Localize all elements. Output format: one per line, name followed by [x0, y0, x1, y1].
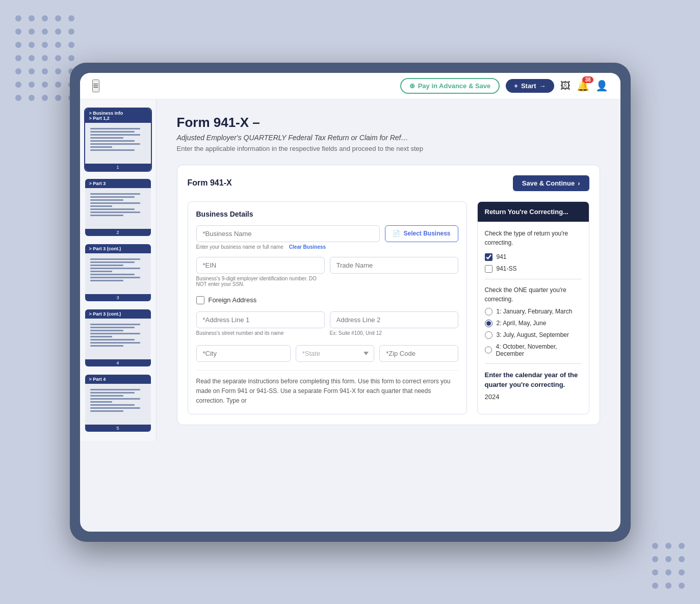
form-description: Enter the applicable information in the …: [177, 145, 600, 152]
quarter-1-item: 1: January, February, March: [485, 308, 582, 316]
foreign-address-row: Foreign Address: [196, 296, 458, 304]
divider-1: [485, 279, 582, 279]
business-details-title: Business Details: [196, 210, 458, 218]
business-name-field: [196, 225, 380, 242]
sidebar-item-2-number: 2: [85, 229, 151, 236]
form-card: Form 941-X Save & Continue › Business De…: [177, 165, 600, 426]
sidebar-item-4[interactable]: > Part 3 (cont.) 4: [84, 308, 152, 367]
check-941ss-label: 941-SS: [497, 265, 517, 272]
plus-circle-icon: ⊕: [409, 82, 415, 90]
address-line1-input[interactable]: [196, 311, 325, 328]
address-line2-hint: Ex: Suite #100, Unit 12: [330, 330, 458, 336]
main-content: > Business Info> Part 1,2: [80, 99, 620, 441]
city-input[interactable]: [196, 345, 291, 362]
zip-input[interactable]: [379, 345, 458, 362]
ein-trade-row: Business's 9-digit employer identificati…: [196, 257, 458, 294]
save-continue-button[interactable]: Save & Continue ›: [513, 175, 589, 191]
arrow-icon: →: [539, 82, 546, 90]
profile-image-button[interactable]: 🖼: [560, 80, 571, 92]
sidebar-item-2[interactable]: > Part 3 2: [84, 178, 152, 237]
address-line1-hint: Business's street number and its name: [196, 330, 325, 336]
pay-advance-button[interactable]: ⊕ Pay in Advance & Save: [400, 78, 500, 94]
address-line2-group: Ex: Suite #100, Unit 12: [330, 311, 458, 336]
sidebar-item-3-body: [85, 253, 151, 294]
document-icon: 📄: [393, 230, 400, 237]
quarter-1-radio[interactable]: [485, 308, 492, 316]
hamburger-button[interactable]: ≡: [92, 80, 100, 92]
state-field: *State ALAKAZ CACOFL NYTX: [296, 345, 374, 362]
form-card-header: Form 941-X Save & Continue ›: [188, 175, 589, 191]
check-941-item: 941: [485, 253, 582, 261]
select-business-button[interactable]: 📄 Select Business: [385, 225, 458, 242]
dots-decoration-br: [652, 543, 685, 589]
sidebar-item-2-header: > Part 3: [85, 179, 151, 188]
notification-badge: 38: [582, 76, 593, 83]
user-account-button[interactable]: 👤: [595, 80, 608, 92]
quarter-3-label: 3: July, August, September: [497, 331, 569, 338]
page-title: Form 941-X –: [177, 115, 600, 130]
sidebar-item-2-body: [85, 188, 151, 229]
quarter-4-radio[interactable]: [485, 346, 492, 354]
check-type-text: Check the type of return you're correcti…: [485, 229, 582, 247]
sidebar-item-1-header: > Business Info> Part 1,2: [85, 109, 151, 123]
sidebar-item-5[interactable]: > Part 4 5: [84, 374, 152, 433]
check-941ss-item: 941-SS: [485, 265, 582, 273]
sidebar-item-3-header: > Part 3 (cont.): [85, 244, 151, 253]
city-field: [196, 345, 291, 362]
sidebar-item-4-body: [85, 319, 151, 359]
sidebar-item-1-body: [85, 123, 151, 164]
quarter-3-item: 3: July, August, September: [485, 331, 582, 339]
start-button[interactable]: + Start →: [506, 79, 554, 93]
divider-2: [485, 363, 582, 364]
select-business-label: Select Business: [403, 230, 450, 237]
calendar-year-label: Enter the calendar year of the quarter y…: [485, 370, 582, 390]
address-line1-group: Business's street number and its name: [196, 311, 325, 336]
city-state-zip-row: *State ALAKAZ CACOFL NYTX: [196, 345, 458, 362]
quarter-2-label: 2: April, May, June: [497, 320, 547, 327]
address-line2-input[interactable]: [330, 311, 458, 328]
form-card-title: Form 941-X: [188, 178, 232, 188]
business-name-input[interactable]: [196, 225, 380, 242]
quarter-2-item: 2: April, May, June: [485, 320, 582, 327]
state-select[interactable]: *State ALAKAZ CACOFL NYTX: [296, 345, 374, 362]
clear-business-link[interactable]: Clear Business: [289, 244, 326, 250]
quarter-4-label: 4: October, November, December: [496, 343, 582, 357]
save-continue-label: Save & Continue: [522, 179, 575, 187]
check-941ss-checkbox[interactable]: [485, 265, 492, 273]
quarter-4-item: 4: October, November, December: [485, 343, 582, 357]
business-name-hint: Enter your business name or full name Cl…: [196, 244, 458, 250]
form-bottom-text: Read the separate instructions before co…: [196, 370, 458, 406]
sidebar-item-3[interactable]: > Part 3 (cont.) 3: [84, 243, 152, 302]
address-row: Business's street number and its name Ex…: [196, 311, 458, 343]
top-nav: ≡ ⊕ Pay in Advance & Save + Start → 🖼 🔔 …: [80, 73, 620, 99]
foreign-address-checkbox[interactable]: [196, 296, 204, 304]
pay-advance-label: Pay in Advance & Save: [418, 82, 491, 90]
business-name-row: 📄 Select Business: [196, 225, 458, 242]
chevron-right-icon: ›: [578, 179, 580, 187]
ein-hint: Business's 9-digit employer identificati…: [196, 276, 325, 287]
app-shell: ≡ ⊕ Pay in Advance & Save + Start → 🖼 🔔 …: [70, 63, 631, 542]
ein-input[interactable]: [196, 257, 325, 274]
quarter-3-radio[interactable]: [485, 331, 492, 339]
return-correcting-panel: Return You're Correcting... Check the ty…: [477, 201, 589, 415]
sidebar-item-5-body: [85, 384, 151, 425]
check-941-label: 941: [497, 253, 507, 260]
ein-field-group: Business's 9-digit employer identificati…: [196, 257, 325, 287]
trade-name-input[interactable]: [330, 257, 458, 274]
sidebar-item-1[interactable]: > Business Info> Part 1,2: [84, 108, 152, 172]
content-area: Form 941-X – Adjusted Employer's QUARTER…: [157, 99, 620, 441]
check-941-checkbox[interactable]: [485, 253, 492, 261]
sidebar: > Business Info> Part 1,2: [80, 99, 157, 441]
plus-icon: +: [514, 82, 518, 90]
form-subtitle: Adjusted Employer's QUARTERLY Federal Ta…: [177, 134, 600, 142]
zip-field: [379, 345, 458, 362]
sidebar-item-5-number: 5: [85, 425, 151, 432]
notifications-button[interactable]: 🔔 38: [577, 80, 589, 92]
quarter-2-radio[interactable]: [485, 320, 492, 327]
check-quarter-text: Check the ONE quarter you're correcting.: [485, 285, 582, 304]
sidebar-item-3-number: 3: [85, 294, 151, 301]
start-label: Start: [521, 82, 536, 90]
nav-right: ⊕ Pay in Advance & Save + Start → 🖼 🔔 38…: [400, 78, 608, 94]
right-panel-body: Check the type of return you're correcti…: [478, 222, 589, 408]
photo-icon: 🖼: [560, 80, 571, 91]
